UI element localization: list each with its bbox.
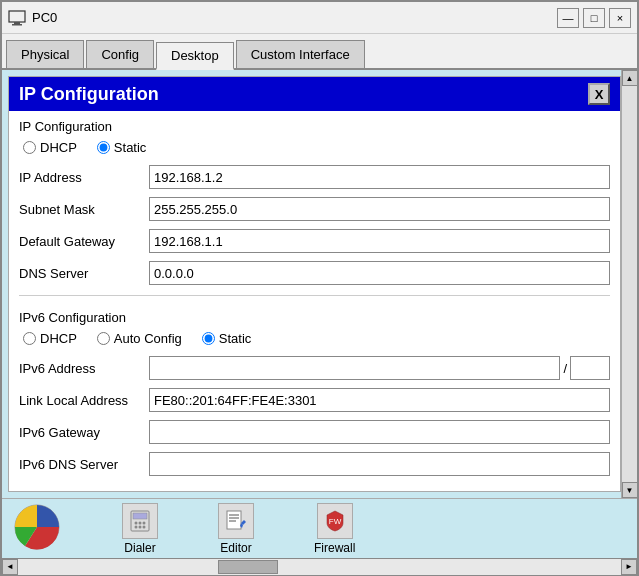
scroll-up-button[interactable]: ▲ [622, 70, 638, 86]
ip-config-close-button[interactable]: X [588, 83, 610, 105]
subnet-mask-label: Subnet Mask [19, 202, 149, 217]
svg-rect-5 [133, 513, 147, 519]
window-controls: — □ × [557, 8, 631, 28]
svg-point-7 [139, 521, 142, 524]
dhcp-radio[interactable] [23, 141, 36, 154]
pie-chart-icon [12, 502, 62, 555]
firewall-item[interactable]: FW Firewall [314, 503, 355, 555]
tabs-bar: Physical Config Desktop Custom Interface [2, 34, 637, 70]
pc-icon [8, 9, 26, 27]
dns-server-input[interactable] [149, 261, 610, 285]
firewall-icon: FW [317, 503, 353, 539]
horizontal-scrollbar: ◄ ► [2, 558, 637, 574]
scroll-h-thumb[interactable] [218, 560, 278, 574]
link-local-row: Link Local Address [9, 384, 620, 416]
default-gateway-row: Default Gateway [9, 225, 620, 257]
ipv6-dns-row: IPv6 DNS Server [9, 448, 620, 480]
ip-mode-row: DHCP Static [9, 138, 620, 161]
editor-icon [218, 503, 254, 539]
minimize-button[interactable]: — [557, 8, 579, 28]
editor-item[interactable]: Editor [218, 503, 254, 555]
ipv6-dhcp-radio[interactable] [23, 332, 36, 345]
scroll-h-track[interactable] [18, 559, 621, 575]
tab-desktop[interactable]: Desktop [156, 42, 234, 70]
ipv6-dhcp-radio-label[interactable]: DHCP [23, 331, 77, 346]
ip-address-label: IP Address [19, 170, 149, 185]
maximize-button[interactable]: □ [583, 8, 605, 28]
svg-rect-12 [227, 511, 241, 529]
bottom-bar: Dialer Editor FW [2, 498, 637, 558]
dhcp-radio-label[interactable]: DHCP [23, 140, 77, 155]
tab-config[interactable]: Config [86, 40, 154, 68]
scroll-left-button[interactable]: ◄ [2, 559, 18, 575]
svg-text:FW: FW [328, 517, 341, 526]
ipv6-gateway-label: IPv6 Gateway [19, 425, 149, 440]
subnet-mask-row: Subnet Mask [9, 193, 620, 225]
default-gateway-input[interactable] [149, 229, 610, 253]
ipv6-auto-radio-label[interactable]: Auto Config [97, 331, 182, 346]
svg-rect-2 [12, 24, 22, 26]
dialer-label: Dialer [124, 541, 155, 555]
svg-rect-1 [14, 22, 20, 24]
ip-address-row: IP Address [9, 161, 620, 193]
main-panel: IP Configuration X IP Configuration DHCP… [8, 76, 621, 492]
ipv6-address-input[interactable] [149, 356, 560, 380]
static-radio[interactable] [97, 141, 110, 154]
svg-point-9 [135, 525, 138, 528]
dns-server-row: DNS Server [9, 257, 620, 289]
ipv6-dns-label: IPv6 DNS Server [19, 457, 149, 472]
ipv6-slash: / [560, 361, 570, 376]
subnet-mask-input[interactable] [149, 197, 610, 221]
tab-custom-interface[interactable]: Custom Interface [236, 40, 365, 68]
window-close-button[interactable]: × [609, 8, 631, 28]
ipv6-static-radio-label[interactable]: Static [202, 331, 252, 346]
ip-config-header: IP Configuration X [9, 77, 620, 111]
link-local-input[interactable] [149, 388, 610, 412]
ip-config-title: IP Configuration [19, 84, 159, 105]
dialer-item[interactable]: Dialer [122, 503, 158, 555]
ipv6-mode-row: DHCP Auto Config Static [9, 329, 620, 352]
link-local-label: Link Local Address [19, 393, 149, 408]
svg-point-6 [135, 521, 138, 524]
ipv6-dns-input[interactable] [149, 452, 610, 476]
svg-point-10 [139, 525, 142, 528]
editor-label: Editor [220, 541, 251, 555]
window-title: PC0 [32, 10, 557, 25]
vertical-scrollbar: ▲ ▼ [621, 70, 637, 498]
svg-point-8 [143, 521, 146, 524]
scroll-down-button[interactable]: ▼ [622, 482, 638, 498]
static-radio-label[interactable]: Static [97, 140, 147, 155]
ip-section-label: IP Configuration [9, 111, 620, 138]
ipv6-gateway-input[interactable] [149, 420, 610, 444]
ipv6-gateway-row: IPv6 Gateway [9, 416, 620, 448]
ip-address-input[interactable] [149, 165, 610, 189]
dns-server-label: DNS Server [19, 266, 149, 281]
section-divider [19, 295, 610, 296]
ipv6-address-label: IPv6 Address [19, 361, 149, 376]
dialer-icon [122, 503, 158, 539]
svg-point-11 [143, 525, 146, 528]
main-window: PC0 — □ × Physical Config Desktop Custom… [0, 0, 639, 576]
ipv6-address-row: IPv6 Address / [9, 352, 620, 384]
ipv6-prefix-input[interactable] [570, 356, 610, 380]
scroll-right-button[interactable]: ► [621, 559, 637, 575]
ipv6-static-radio[interactable] [202, 332, 215, 345]
default-gateway-label: Default Gateway [19, 234, 149, 249]
tab-physical[interactable]: Physical [6, 40, 84, 68]
firewall-label: Firewall [314, 541, 355, 555]
ipv6-auto-radio[interactable] [97, 332, 110, 345]
ipv6-section-label: IPv6 Configuration [9, 302, 620, 329]
content-area: IP Configuration X IP Configuration DHCP… [2, 70, 637, 498]
title-bar: PC0 — □ × [2, 2, 637, 34]
svg-rect-0 [9, 11, 25, 22]
